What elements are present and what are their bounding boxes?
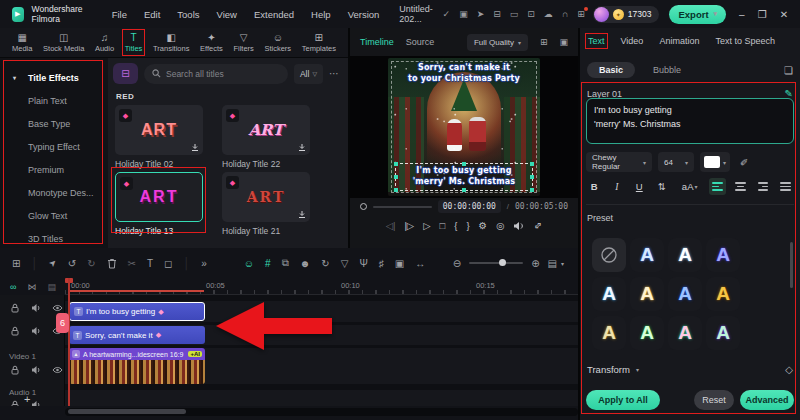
preset-tile[interactable]: A (706, 277, 740, 311)
menu-view[interactable]: View (217, 9, 237, 20)
search-bar[interactable] (144, 64, 288, 84)
preset-tile[interactable]: A (592, 277, 626, 311)
reset-button[interactable]: Reset (694, 390, 734, 410)
save-icon[interactable]: ⊡ (527, 9, 535, 19)
preset-tile[interactable]: A (630, 277, 664, 311)
more-tools-chevrons-icon[interactable]: » (201, 258, 207, 269)
promote-icon[interactable]: ➤ (477, 9, 485, 19)
title-card-holiday-21[interactable]: ◆ ART Holiday Title 21 (222, 172, 310, 236)
tab-stock-media[interactable]: ◫Stock Media (43, 32, 84, 53)
scrubber-track[interactable] (373, 206, 432, 208)
next-frame-icon[interactable]: |▷ (404, 220, 414, 231)
subtab-basic[interactable]: Basic (587, 62, 635, 78)
quality-dropdown[interactable]: Full Quality ▾ (467, 34, 528, 51)
preset-tile[interactable]: A (668, 238, 702, 272)
transform-row[interactable]: Transform ▾ ◇ (587, 364, 793, 375)
mark-out-icon[interactable]: } (466, 220, 469, 231)
justify-icon[interactable] (777, 178, 794, 195)
storyboard-icon[interactable]: ⧉ (282, 257, 289, 269)
text-clip-1[interactable]: T I'm too busy getting ◆ (69, 302, 205, 321)
tab-filters[interactable]: ▽Filters (233, 32, 253, 53)
tab-source-preview[interactable]: Source (406, 37, 435, 47)
avatar-presenter-icon[interactable]: ☻ (300, 258, 311, 269)
selection-handle[interactable] (394, 175, 398, 179)
laptop-icon[interactable]: ▭ (510, 9, 519, 19)
zoom-in-icon[interactable]: ⊕ (531, 258, 539, 269)
eyedropper-icon[interactable]: ✐ (740, 157, 748, 168)
tab-text-to-speech[interactable]: Text to Speech (715, 36, 775, 46)
tab-timeline-preview[interactable]: Timeline (360, 37, 394, 47)
zoom-slider-handle[interactable] (499, 259, 506, 266)
video-clip[interactable]: ▲ A heartwarming...idescreen 16:9 +AI (69, 348, 205, 384)
check-status-icon[interactable]: ✓ (443, 9, 451, 19)
layout-grid-icon[interactable]: ⊞ (540, 37, 548, 47)
keyframe-diamond-icon[interactable]: ◇ (785, 364, 793, 375)
sidebar-item-base-type[interactable]: Base Type (0, 112, 108, 135)
search-input[interactable] (166, 69, 280, 79)
previous-frame-icon[interactable]: ◁| (386, 220, 396, 231)
device-switch-icon[interactable]: ⊟ (493, 9, 501, 19)
pointer-tool-icon[interactable]: ➤ (47, 257, 59, 269)
crop-tool-icon[interactable]: ◻ (164, 258, 172, 269)
preset-tile[interactable]: A (706, 316, 740, 350)
horizontal-scrollbar[interactable] (65, 408, 578, 416)
text-clip-2[interactable]: T Sorry, can't make it ◆ (69, 326, 205, 344)
menu-extended[interactable]: Extended (254, 9, 294, 20)
auto-ripple-icon[interactable]: ↔ (415, 258, 425, 269)
sidebar-item-monotype[interactable]: Monotype Des... (0, 181, 108, 204)
fullscreen-icon[interactable]: ⇕ (532, 219, 545, 232)
add-track-button[interactable]: + (24, 394, 30, 405)
save-preset-icon[interactable]: ❏ (784, 65, 793, 76)
font-family-dropdown[interactable]: Chewy Regular ▾ (586, 152, 652, 172)
apps-grid-icon[interactable]: ⊞ (577, 9, 585, 19)
audio-mixer-icon[interactable]: ♯ (379, 258, 384, 269)
timeline-lanes[interactable]: T I'm too busy getting ◆ T Sorry, can't … (65, 295, 578, 406)
preset-tile[interactable]: A (592, 316, 626, 350)
title-text-input[interactable]: I'm too busy getting 'merry' Ms. Christm… (586, 98, 794, 144)
overlay-text-bottom-selected[interactable]: I'm too busy getting 'merry' Ms. Christm… (395, 163, 533, 191)
sidebar-item-glow-text[interactable]: Glow Text (0, 204, 108, 227)
title-card-holiday-22[interactable]: ◆ ART Holiday Title 22 (222, 105, 310, 169)
preset-tile[interactable]: A (668, 316, 702, 350)
ai-assistant-icon[interactable]: ☺ (244, 258, 254, 269)
mute-speaker-icon[interactable] (31, 400, 41, 406)
rerecord-icon[interactable]: ↻ (321, 258, 329, 269)
playhead[interactable] (68, 278, 70, 406)
collection-button[interactable]: ⊟ (113, 63, 138, 84)
eye-icon[interactable] (52, 365, 63, 375)
italic-button[interactable]: I (609, 178, 626, 195)
selection-handle[interactable] (530, 175, 534, 179)
maximize-button[interactable]: ❐ (758, 9, 767, 20)
tab-text[interactable]: Text (588, 36, 605, 46)
tab-video[interactable]: Video (621, 36, 644, 46)
tab-templates[interactable]: ⊞Templates (302, 32, 336, 53)
sidebar-item-typing-effect[interactable]: Typing Effect (0, 135, 108, 158)
menu-file[interactable]: File (112, 9, 127, 20)
preset-none-tile[interactable] (592, 238, 626, 272)
lock-icon[interactable] (10, 400, 20, 406)
menu-tools[interactable]: Tools (177, 9, 199, 20)
selection-handle[interactable] (530, 188, 534, 192)
tab-audio[interactable]: ♫Audio (95, 32, 114, 53)
align-right-icon[interactable] (755, 178, 772, 195)
tab-transitions[interactable]: ◧Transitions (153, 32, 189, 53)
render-preview-icon[interactable]: ▣ (395, 258, 404, 269)
lock-icon[interactable] (10, 303, 20, 313)
link-clips-icon[interactable]: ∞ (10, 282, 16, 292)
avatar[interactable] (594, 7, 609, 22)
account-coin-capsule[interactable]: ✦ 17303 (593, 6, 660, 23)
lock-icon[interactable] (10, 365, 20, 375)
menu-version[interactable]: Version (348, 9, 380, 20)
sidebar-item-premium[interactable]: Premium (0, 158, 108, 181)
redo-icon[interactable]: ↻ (87, 258, 95, 269)
panel-scrollbar[interactable] (790, 242, 793, 288)
subtab-bubble[interactable]: Bubble (653, 65, 681, 75)
undo-icon[interactable]: ↺ (68, 258, 76, 269)
chain-icon[interactable]: ⋈ (27, 282, 36, 292)
sidebar-item-3d-titles[interactable]: 3D Titles (0, 227, 108, 250)
display-settings-icon[interactable]: ▣ (559, 37, 568, 47)
playback-settings-icon[interactable]: ⚙ (479, 220, 488, 231)
sidebar-item-plain-text[interactable]: Plain Text (0, 89, 108, 112)
speaker-icon[interactable] (513, 221, 525, 231)
sidebar-item-title-effects[interactable]: ▾Title Effects (0, 66, 108, 89)
